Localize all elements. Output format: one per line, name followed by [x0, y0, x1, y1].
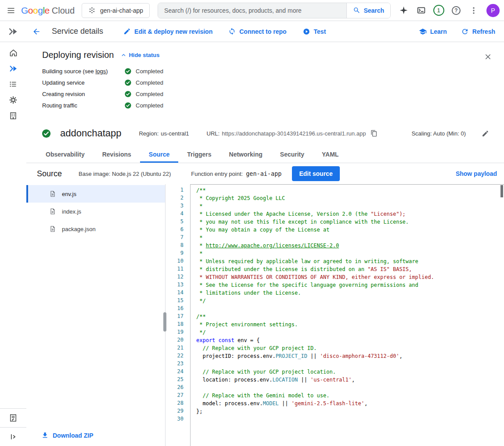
edit-scaling-icon[interactable] [482, 130, 489, 137]
entry-point-info: Function entry point: gen-ai-app [191, 170, 281, 177]
nav-jobs-list-icon[interactable] [3, 76, 24, 92]
tab-observability[interactable]: Observability [37, 146, 94, 163]
connect-to-repo-button[interactable]: Connect to repo [228, 28, 286, 35]
tab-security[interactable]: Security [271, 146, 313, 163]
line-number: 16 [166, 304, 184, 312]
help-icon[interactable]: ? [448, 2, 464, 19]
line-number: 21 [166, 344, 184, 352]
code-line: * distributed under the License is distr… [196, 265, 504, 273]
copy-url-icon[interactable] [371, 130, 378, 137]
logs-link[interactable]: logs [95, 68, 106, 75]
edit-deploy-button[interactable]: Edit & deploy new revision [123, 28, 212, 35]
check-circle-icon [124, 79, 132, 86]
service-name: addonchatapp [60, 128, 121, 139]
nav-home-icon[interactable] [3, 45, 24, 61]
gemini-icon[interactable] [395, 2, 412, 19]
free-trial-badge[interactable]: 1 [430, 2, 447, 19]
code-content[interactable]: /** * Copyright 2025 Google LLC * * Lice… [190, 184, 504, 446]
project-name: gen-ai-chat-app [100, 7, 143, 14]
tab-source[interactable]: Source [140, 146, 178, 163]
line-number: 24 [166, 368, 184, 375]
play-circle-icon [302, 28, 310, 36]
line-number: 12 [166, 273, 184, 281]
school-icon [419, 28, 427, 36]
nav-settings-gear-icon[interactable] [3, 92, 24, 108]
code-line: location: process.env.LOCATION || 'us-ce… [196, 376, 504, 384]
panel-scrollbar-thumb[interactable] [163, 312, 166, 332]
source-title: Source [37, 169, 62, 178]
overflow-menu-icon[interactable] [465, 2, 482, 19]
download-icon [41, 432, 49, 439]
cloud-shell-icon[interactable] [413, 2, 429, 19]
line-number: 7 [166, 233, 184, 241]
status-value: Completed [136, 91, 163, 97]
tab-yaml[interactable]: YAML [313, 146, 347, 163]
code-line: */ [196, 297, 504, 305]
learn-button[interactable]: Learn [419, 28, 447, 36]
line-number: 4 [166, 210, 184, 218]
repo-sync-icon [228, 28, 236, 35]
chevron-up-icon [121, 52, 126, 58]
tab-revisions[interactable]: Revisions [94, 146, 140, 163]
line-number: 19 [166, 328, 184, 336]
release-notes-icon[interactable] [0, 408, 26, 427]
project-icon [88, 7, 96, 14]
logo-cloud-text: Cloud [52, 6, 75, 16]
line-number: 10 [166, 257, 184, 265]
tab-triggers[interactable]: Triggers [178, 146, 220, 163]
file-item-env-js[interactable]: env.js [26, 185, 165, 203]
rail-bottom [0, 408, 26, 446]
edit-source-button[interactable]: Edit source [292, 166, 339, 181]
file-item-index-js[interactable]: index.js [26, 203, 165, 220]
check-circle-icon [124, 68, 132, 75]
refresh-button[interactable]: Refresh [461, 28, 495, 36]
file-icon [49, 208, 56, 215]
line-number: 26 [166, 383, 184, 391]
file-item-package-json[interactable]: package.json [26, 220, 165, 238]
show-payload-link[interactable]: Show payload [456, 170, 497, 177]
search-button[interactable]: Search [346, 3, 390, 18]
close-icon[interactable] [479, 48, 496, 65]
code-line: * Licensed under the Apache License, Ver… [196, 210, 504, 218]
deploying-revision-panel: Deploying revision Hide status Building … [26, 42, 504, 116]
code-line: // Replace with the Gemini model to use. [196, 392, 504, 400]
line-number: 29 [166, 407, 184, 415]
trial-days-count: 1 [433, 5, 444, 16]
project-selector[interactable]: gen-ai-chat-app [82, 3, 150, 18]
line-number-gutter: 1234567891011121314151617181920212223242… [166, 184, 190, 446]
line-number: 18 [166, 320, 184, 328]
code-line: * Unless required by applicable law or a… [196, 257, 504, 265]
line-number: 23 [166, 360, 184, 368]
line-number: 11 [166, 265, 184, 273]
code-line [196, 384, 504, 392]
code-editor[interactable]: 1234567891011121314151617181920212223242… [166, 184, 504, 446]
search-input[interactable] [158, 3, 346, 18]
avatar[interactable]: P [486, 4, 500, 17]
download-zip-link[interactable]: Download ZIP [41, 432, 94, 439]
code-line: export const env = { [196, 336, 504, 344]
search-button-label: Search [364, 7, 384, 14]
check-circle-icon [124, 102, 132, 109]
cloud-run-product-icon [0, 26, 26, 37]
collapse-panel-icon[interactable] [0, 427, 26, 446]
code-line [196, 305, 504, 313]
back-arrow-icon[interactable] [28, 23, 45, 40]
nav-cloud-run-icon[interactable] [3, 61, 24, 76]
top-app-bar: Google Cloud gen-ai-chat-app Search 1 ? [0, 0, 504, 21]
service-url-link[interactable]: https://addonchatapp-301439142196.us-cen… [222, 130, 366, 137]
nav-domains-icon[interactable] [3, 108, 24, 124]
code-line: }; [196, 407, 504, 415]
code-line: * Copyright 2025 Google LLC [196, 194, 504, 202]
tab-networking[interactable]: Networking [220, 146, 271, 163]
code-line: * you may not use this file except in co… [196, 218, 504, 226]
line-number: 3 [166, 202, 184, 210]
code-line: projectID: process.env.PROJECT_ID || 'di… [196, 352, 504, 360]
page-title: Service details [52, 27, 103, 36]
status-row-creating: Creating revision Completed [42, 88, 493, 100]
test-button[interactable]: Test [302, 28, 326, 36]
left-nav-rail [0, 42, 26, 446]
hamburger-menu-icon[interactable] [3, 2, 19, 19]
hide-status-toggle[interactable]: Hide status [121, 52, 159, 58]
editor-scrollbar-thumb[interactable] [500, 185, 503, 197]
line-number: 1 [166, 186, 184, 194]
